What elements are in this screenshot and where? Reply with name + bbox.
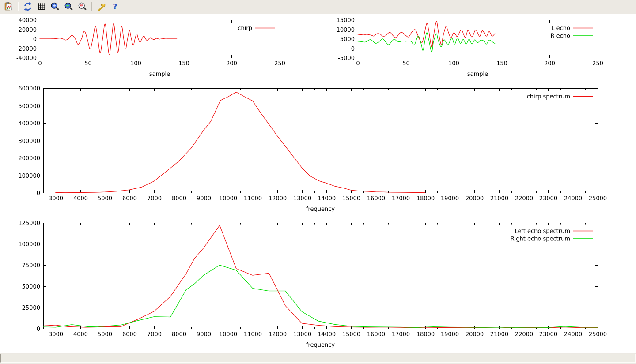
grid-icon [37, 2, 46, 11]
wrench-icon [97, 2, 106, 11]
echo-spectra-chart[interactable] [0, 218, 636, 353]
status-bar [0, 353, 636, 364]
toolbar: ? [0, 0, 636, 13]
replot-button[interactable] [22, 1, 34, 12]
magnifier-plot-icon [78, 2, 87, 11]
magnifier-right-arrow-icon [64, 2, 74, 11]
gnuplot-window: ? [0, 0, 636, 364]
configure-button[interactable] [95, 1, 107, 12]
magnifier-left-arrow-icon [50, 2, 60, 11]
status-bar-field [0, 354, 636, 363]
refresh-icon [23, 2, 33, 11]
toggle-grid-button[interactable] [35, 1, 47, 12]
plot-canvas-area [0, 14, 636, 353]
zoom-previous-button[interactable] [49, 1, 61, 12]
help-button[interactable]: ? [109, 1, 121, 12]
copy-to-clipboard-button[interactable] [3, 1, 15, 12]
chirp-spectrum-chart[interactable] [0, 83, 636, 218]
toolbar-separator [18, 2, 19, 11]
zoom-next-button[interactable] [63, 1, 75, 12]
question-mark-icon: ? [113, 3, 117, 11]
clipboard-chart-icon [4, 2, 14, 11]
autoscale-button[interactable] [76, 1, 88, 12]
chirp-signal-chart[interactable] [0, 15, 292, 83]
toolbar-separator [91, 2, 92, 11]
echo-signals-chart[interactable] [318, 15, 636, 83]
